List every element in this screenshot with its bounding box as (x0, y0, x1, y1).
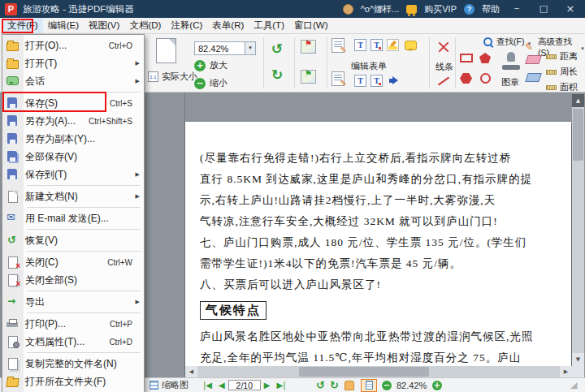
comment-bubble-icon[interactable] (405, 41, 417, 50)
menu-item-document-properties[interactable]: 文档属性(T)... Ctrl+D (2, 333, 144, 351)
edit-form-label[interactable]: 编辑表单 (351, 60, 387, 72)
minimize-button[interactable] (507, 2, 526, 16)
map-pin-tool-icon[interactable] (301, 40, 316, 54)
diagonal-line-icon[interactable] (437, 75, 450, 88)
menu-tools[interactable]: 工具(T) (249, 18, 289, 33)
last-page-button[interactable] (273, 378, 288, 392)
menu-item-new-document[interactable]: 新建文档(N) (2, 187, 144, 205)
document-text-line: 气转凉,注意行车安全,大概经过 32KM 就可以到庐山门口! (200, 211, 560, 232)
menu-item-open-recent[interactable]: 打开(T) (2, 54, 144, 72)
zoom-in-small-button[interactable] (432, 378, 442, 392)
rotate-view-right-icon[interactable] (327, 378, 341, 392)
menu-edit[interactable]: 编辑(E) (43, 18, 84, 33)
actual-size-button[interactable]: 实际大小 (148, 71, 197, 83)
map-flag-tool-icon[interactable] (301, 70, 316, 84)
document-text-line: 直行 8.5KM 到达威家,这里是庐山和秀峰的分岔口,有指示牌的提 (200, 169, 560, 190)
maximize-button[interactable] (534, 2, 553, 16)
hexagon-shape-icon[interactable] (460, 73, 472, 84)
zoom-out-small-button[interactable] (382, 378, 392, 392)
zoom-in-button[interactable]: 放大 (194, 59, 228, 71)
page-number-input[interactable] (228, 380, 261, 390)
measure-distance-button[interactable]: 距离 (546, 50, 578, 62)
menu-item-close-all[interactable]: 关闭全部(S) (2, 271, 144, 289)
menu-comment[interactable]: 注释(C) (166, 18, 207, 33)
scroll-right-button[interactable] (560, 366, 572, 377)
zoom-combobox[interactable]: 82.42% (194, 41, 256, 55)
combobox-caret-icon[interactable] (245, 42, 255, 54)
eraser-blue-icon[interactable] (525, 73, 542, 82)
menu-item-print[interactable]: 打印(P)... Ctrl+P (2, 315, 144, 333)
actual-size-icon (148, 71, 158, 82)
user-name[interactable]: ^o^娜样... (361, 3, 400, 15)
horizontal-scroll-thumb[interactable] (299, 367, 429, 377)
menu-item-save-as[interactable]: 另存为(A)... Ctrl+Shift+S (2, 112, 144, 130)
menu-item-open-containing-folder[interactable]: 打开所在文件夹(F) (2, 373, 144, 390)
menu-item-save-all[interactable]: 全部保存(V) (2, 148, 144, 166)
form-design-icon[interactable] (332, 71, 344, 86)
help-button[interactable]: 帮助 (482, 3, 500, 15)
menu-view[interactable]: 视图(V) (84, 18, 124, 33)
thumbnail-panel-tab[interactable]: 缩略图 (150, 378, 188, 392)
close-button[interactable] (561, 2, 580, 16)
vertical-scrollbar[interactable] (572, 94, 584, 366)
menu-item-save-copy[interactable]: 另存为副本(Y)... (2, 130, 144, 148)
menu-document[interactable]: 文档(D) (124, 18, 166, 33)
rotate-view-left-icon[interactable] (314, 378, 327, 392)
revert-icon (6, 235, 19, 246)
first-page-button[interactable] (200, 378, 215, 392)
text-box-icon[interactable] (370, 39, 383, 51)
scroll-left-button[interactable] (185, 366, 197, 377)
scroll-down-button[interactable] (572, 353, 584, 366)
previous-page-button[interactable] (215, 378, 228, 392)
rotate-right-icon[interactable] (271, 68, 283, 82)
fit-page-icon[interactable] (156, 38, 176, 63)
menu-item-revert[interactable]: 恢复(V) (2, 231, 144, 249)
rotate-left-icon[interactable] (271, 42, 283, 56)
typewriter-icon[interactable] (354, 75, 366, 87)
horizontal-scrollbar[interactable] (185, 366, 572, 377)
text-annotation-icon[interactable] (370, 75, 383, 87)
cart-icon (406, 5, 417, 14)
stamp-icon[interactable] (501, 52, 521, 71)
menu-item-email[interactable]: 用 E-mail 发送(E)... (2, 209, 144, 227)
ruler-icon (546, 85, 557, 90)
audio-comment-icon[interactable] (388, 75, 401, 87)
highlighter-icon[interactable] (387, 39, 399, 51)
measure-area-button[interactable]: 面积 (546, 81, 578, 93)
search-icon (483, 37, 494, 48)
menu-item-open[interactable]: 打开(O)... Ctrl+O (2, 37, 144, 54)
menu-file[interactable]: 文件(F) (2, 18, 43, 33)
vertical-scroll-thumb[interactable] (573, 109, 583, 161)
stamp-label[interactable]: 图章 (501, 76, 519, 88)
text-field-icon[interactable] (354, 39, 366, 51)
hand-tool-button[interactable] (344, 378, 354, 392)
menu-item-session[interactable]: 会话 (2, 72, 144, 90)
eraser-pink-icon[interactable] (525, 55, 542, 64)
menu-item-save-to[interactable]: 保存到(T) (2, 166, 144, 183)
pentagon-shape-icon[interactable] (479, 53, 491, 63)
menu-item-close[interactable]: 关闭(C) Ctrl+W (2, 253, 144, 271)
user-avatar[interactable] (343, 4, 353, 15)
ruler-icon (546, 54, 557, 59)
measure-perimeter-button[interactable]: 周长 (546, 66, 578, 78)
help-icon: ? (464, 4, 474, 15)
circle-shape-icon[interactable] (480, 73, 491, 84)
next-page-button[interactable] (261, 378, 274, 392)
scroll-up-button[interactable] (572, 94, 584, 107)
menu-item-save[interactable]: 保存(S) Ctrl+S (2, 94, 144, 112)
cross-lines-icon[interactable] (437, 41, 450, 54)
rectangle-shape-icon[interactable] (460, 54, 473, 62)
selected-tool-button[interactable] (361, 378, 377, 392)
menubar: 文件(F) 编辑(E) 视图(V) 文档(D) 注释(C) 表单(R) 工具(T… (0, 18, 585, 34)
menu-item-copy-full-filename[interactable]: 复制完整的文件名(N) (2, 355, 144, 373)
menu-window[interactable]: 窗口(W) (289, 18, 333, 33)
buy-vip-button[interactable]: 购买VIP (424, 3, 457, 15)
form-field-edit-icon[interactable] (332, 38, 344, 53)
zoom-out-button[interactable]: 缩小 (194, 77, 228, 89)
menu-item-export[interactable]: 导出 (2, 293, 144, 311)
resize-grip[interactable] (570, 378, 577, 392)
lines-label[interactable]: 线条 (436, 61, 453, 73)
menu-form[interactable]: 表单(R) (207, 18, 249, 33)
copy-filename-icon (6, 358, 19, 369)
thumbnail-icon (150, 381, 158, 390)
